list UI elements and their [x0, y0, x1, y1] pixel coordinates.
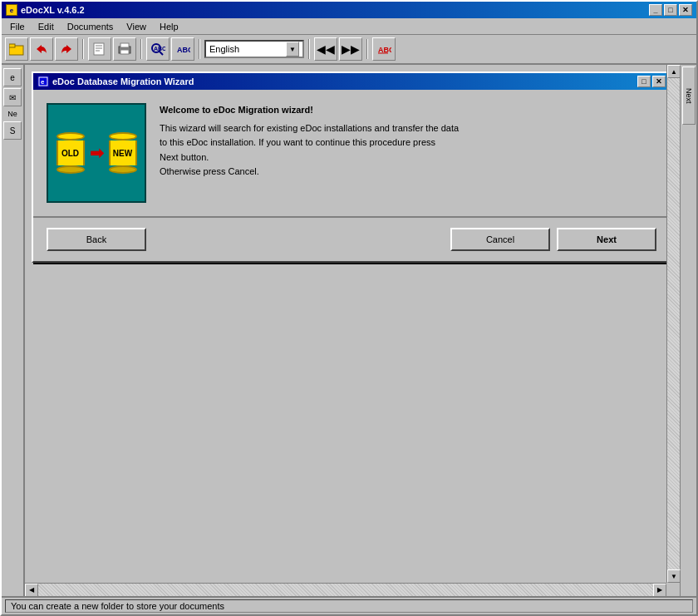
horizontal-scrollbar: ◀ ▶: [25, 583, 666, 596]
toolbar-abc-btn[interactable]: ABC: [171, 37, 194, 61]
back-button[interactable]: Back: [47, 228, 146, 251]
next-button[interactable]: Next: [557, 228, 656, 251]
description-line3: Next button.: [160, 150, 656, 165]
svg-rect-2: [94, 43, 104, 55]
dialog-content: OLD ➡: [47, 103, 656, 203]
welcome-title: Welcome to eDoc Migration wizard!: [160, 103, 656, 118]
right-nav-label: Next: [685, 88, 693, 104]
dialog-window: e eDoc Database Migration Wizard □ ✕: [32, 71, 671, 263]
scroll-track: [667, 78, 680, 569]
toolbar-sep-4: [308, 39, 310, 59]
toolbar-nav-right[interactable]: ▶▶: [339, 37, 362, 61]
old-cylinder: OLD: [57, 132, 85, 174]
toolbar-sep-5: [366, 39, 368, 59]
app-titlebar: e eDocXL v.4.6.2 _ □ ✕: [2, 2, 696, 18]
toolbar-sep-2: [140, 39, 142, 59]
statusbar: You can create a new folder to store you…: [2, 596, 696, 614]
main-area: e ✉ Ne S e: [2, 65, 696, 596]
cylinders: OLD ➡: [57, 132, 137, 174]
right-nav: Next: [680, 65, 696, 596]
app-window: e eDocXL v.4.6.2 _ □ ✕ File Edit Documen…: [0, 0, 698, 616]
toolbar-folder-btn[interactable]: [5, 37, 28, 61]
cylinder-bottom-old: [57, 165, 85, 174]
cylinder-top-old: [57, 132, 85, 140]
titlebar-controls: _ □ ✕: [649, 4, 692, 16]
toolbar-search-btn[interactable]: ABC: [146, 37, 170, 61]
cylinder-body-old: OLD: [57, 140, 85, 165]
svg-rect-7: [120, 43, 129, 47]
toolbar: ABC ABC English ▼ ◀◀ ▶▶ ABC: [2, 35, 696, 65]
migration-graphic: OLD ➡: [47, 103, 146, 203]
menu-edit[interactable]: Edit: [32, 20, 61, 33]
cylinder-top-new: [109, 132, 137, 140]
menu-documents[interactable]: Documents: [61, 20, 120, 33]
svg-rect-1: [9, 44, 15, 47]
old-label: OLD: [61, 149, 79, 158]
dialog-controls: □ ✕: [637, 76, 666, 87]
language-dropdown[interactable]: English ▼: [204, 40, 304, 58]
vertical-scrollbar: ▲ ▼: [666, 65, 680, 583]
toolbar-abc2-btn[interactable]: ABC: [372, 37, 396, 61]
menu-file[interactable]: File: [3, 20, 32, 33]
right-nav-next[interactable]: Next: [682, 67, 696, 125]
svg-rect-8: [120, 50, 129, 54]
left-sidebar: e ✉ Ne S: [2, 65, 25, 596]
scroll-h-track: [38, 584, 653, 596]
status-message: You can create a new folder to store you…: [5, 599, 693, 613]
dialog-body: OLD ➡: [33, 90, 670, 216]
menu-help[interactable]: Help: [153, 20, 185, 33]
dialog-footer: Back Cancel Next: [33, 216, 670, 261]
close-button[interactable]: ✕: [679, 4, 692, 16]
sidebar-next-label: Ne: [6, 108, 19, 120]
svg-text:ABC: ABC: [154, 46, 165, 52]
minimize-button[interactable]: _: [649, 4, 662, 16]
cancel-button[interactable]: Cancel: [450, 228, 550, 251]
new-cylinder: NEW: [109, 132, 137, 174]
sidebar-icon-3[interactable]: S: [3, 121, 22, 140]
dialog-title: eDoc Database Migration Wizard: [52, 76, 194, 86]
dialog-icon: e: [37, 76, 49, 87]
scroll-up-arrow[interactable]: ▲: [667, 65, 681, 78]
description-line4: Otherwise press Cancel.: [160, 165, 656, 180]
toolbar-doc-btn[interactable]: [88, 37, 111, 61]
dialog-overlay: e eDoc Database Migration Wizard □ ✕: [25, 65, 680, 596]
svg-text:e: e: [41, 78, 45, 86]
dialog-description: Welcome to eDoc Migration wizard! This w…: [160, 103, 656, 180]
scroll-left-arrow[interactable]: ◀: [25, 584, 38, 597]
sidebar-icon-1[interactable]: e: [3, 68, 22, 86]
app-title: eDocXL v.4.6.2: [21, 5, 85, 15]
dropdown-arrow[interactable]: ▼: [286, 42, 299, 57]
cylinder-body-new: NEW: [109, 140, 137, 165]
new-label: NEW: [113, 149, 132, 158]
maximize-button[interactable]: □: [664, 4, 677, 16]
dialog-titlebar: e eDoc Database Migration Wizard □ ✕: [33, 73, 670, 90]
menubar: File Edit Documents View Help: [2, 18, 696, 35]
description-line1: This wizard will search for existing eDo…: [160, 121, 656, 136]
app-icon: e: [6, 4, 17, 16]
content-area: e eDoc Database Migration Wizard □ ✕: [25, 65, 680, 596]
toolbar-nav-left[interactable]: ◀◀: [314, 37, 337, 61]
description-line2: to this eDoc installation. If you want t…: [160, 136, 656, 150]
menu-view[interactable]: View: [120, 20, 153, 33]
svg-text:ABC: ABC: [177, 46, 190, 54]
migration-arrow: ➡: [90, 143, 104, 163]
dialog-close-button[interactable]: ✕: [652, 76, 666, 87]
toolbar-sep-1: [82, 39, 84, 59]
toolbar-print-btn[interactable]: [113, 37, 136, 61]
toolbar-sep-3: [199, 39, 200, 59]
footer-right-buttons: Cancel Next: [450, 228, 656, 251]
scroll-down-arrow[interactable]: ▼: [667, 569, 681, 583]
dialog-titlebar-left: e eDoc Database Migration Wizard: [37, 76, 194, 87]
cylinder-bottom-new: [109, 165, 137, 174]
language-value: English: [209, 44, 239, 54]
toolbar-undo-btn[interactable]: [30, 37, 53, 61]
dialog-maximize-button[interactable]: □: [637, 76, 651, 87]
scroll-right-arrow[interactable]: ▶: [653, 584, 666, 597]
sidebar-icon-2[interactable]: ✉: [3, 88, 22, 106]
titlebar-left: e eDocXL v.4.6.2: [6, 4, 85, 16]
toolbar-redo-btn[interactable]: [55, 37, 78, 61]
